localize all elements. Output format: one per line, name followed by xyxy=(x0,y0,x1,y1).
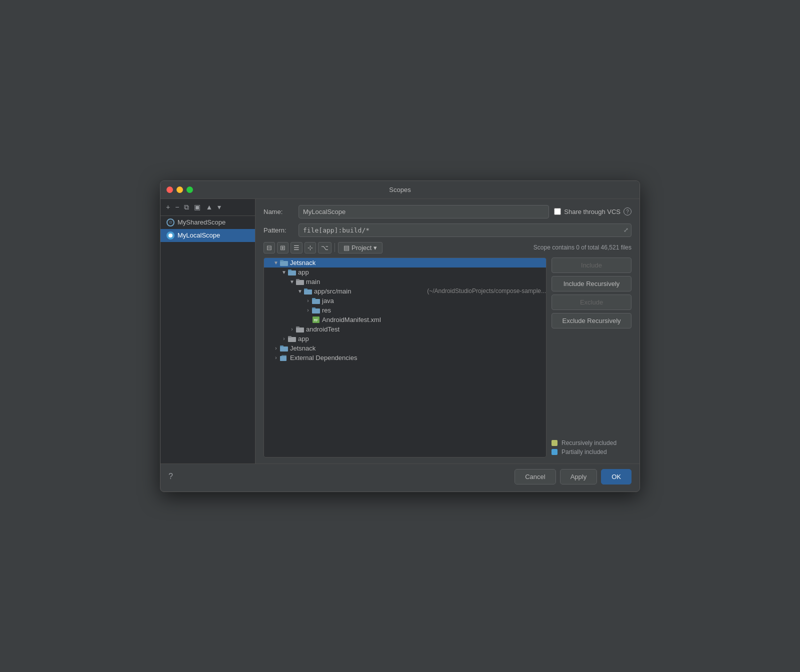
add-scope-button[interactable]: + xyxy=(164,202,172,212)
name-input[interactable] xyxy=(298,205,549,218)
tree-view-icon: ⊹ xyxy=(308,244,313,252)
tree-row[interactable]: › androidTest xyxy=(264,324,546,334)
dialog-footer: ? Cancel Apply OK xyxy=(160,464,640,492)
name-label: Name: xyxy=(264,208,294,216)
tree-row[interactable]: › Jetsnack xyxy=(264,344,546,353)
svg-rect-9 xyxy=(312,298,316,300)
minimize-button[interactable] xyxy=(176,186,183,193)
svg-rect-19 xyxy=(280,346,284,347)
svg-rect-15 xyxy=(296,326,300,328)
move-down-button[interactable]: ▾ xyxy=(216,202,222,212)
expand-arrow-icon: ▼ xyxy=(296,288,304,294)
tree-node-label: java xyxy=(322,297,546,304)
remove-scope-button[interactable]: − xyxy=(174,202,180,212)
share-vcs-checkbox[interactable] xyxy=(554,208,561,215)
expand-arrow-icon: › xyxy=(272,346,280,351)
pattern-input-wrap: ⤢ xyxy=(298,224,632,237)
ok-button[interactable]: OK xyxy=(601,469,632,484)
scope-status-text: Scope contains 0 of total 46,521 files xyxy=(534,244,632,251)
expand-all-button[interactable]: ⊞ xyxy=(277,242,288,254)
apply-button[interactable]: Apply xyxy=(560,469,598,484)
svg-rect-0 xyxy=(280,261,288,266)
help-button[interactable]: ? xyxy=(168,472,173,481)
expand-arrow-icon: › xyxy=(272,355,280,360)
tree-row[interactable]: › java xyxy=(264,296,546,306)
arrow-up-icon: ▲ xyxy=(206,203,212,211)
shared-scope-label: MySharedScope xyxy=(178,218,226,226)
folder-icon xyxy=(312,307,320,314)
cancel-button[interactable]: Cancel xyxy=(514,469,556,484)
tree-row[interactable]: ▼ Jetsnack xyxy=(264,258,546,268)
sidebar: + − ⧉ ▣ ▲ ▾ ⊙ xyxy=(160,199,256,464)
tree-row[interactable]: › res xyxy=(264,306,546,315)
svg-rect-14 xyxy=(296,328,304,332)
local-scope-icon xyxy=(166,232,174,240)
tree-node-label: res xyxy=(322,306,546,314)
xml-file-icon: MF xyxy=(312,316,320,323)
tree-row[interactable]: › app xyxy=(264,334,546,344)
svg-rect-3 xyxy=(288,270,292,271)
expand-arrow-icon: › xyxy=(304,298,312,304)
scopes-dialog: Scopes + − ⧉ ▣ ▲ xyxy=(160,180,640,492)
file-tree[interactable]: ▼ Jetsnack ▼ app xyxy=(264,258,546,458)
legend-area: Recursively included Partially included xyxy=(552,434,632,458)
view-as-tree-button[interactable]: ⊹ xyxy=(304,242,316,254)
expand-all-icon: ⊞ xyxy=(280,244,286,252)
arrow-down-icon: ▾ xyxy=(218,203,221,211)
sidebar-toolbar: + − ⧉ ▣ ▲ ▾ xyxy=(160,199,255,216)
folder-icon xyxy=(288,269,296,276)
tree-row[interactable]: ▼ main xyxy=(264,277,546,286)
window-controls xyxy=(166,186,193,193)
tree-node-label: Jetsnack xyxy=(290,259,546,266)
svg-rect-17 xyxy=(288,336,292,338)
svg-text:MF: MF xyxy=(314,318,318,322)
include-button[interactable]: Include xyxy=(552,258,632,273)
legend-partial-item: Partially included xyxy=(552,448,632,456)
maximize-button[interactable] xyxy=(186,186,193,193)
tree-node-label: main xyxy=(306,278,546,286)
exclude-button[interactable]: Exclude xyxy=(552,294,632,310)
pattern-expand-button[interactable]: ⤢ xyxy=(624,226,628,234)
tree-path-hint: (~/AndroidStudioProjects/compose-sample.… xyxy=(427,288,546,294)
save-scope-button[interactable]: ▣ xyxy=(192,202,202,212)
svg-rect-18 xyxy=(280,346,288,352)
svg-rect-7 xyxy=(304,288,308,290)
project-dropdown-icon: ▾ xyxy=(374,244,377,252)
add-icon: + xyxy=(166,203,170,211)
sidebar-item-shared[interactable]: ⊙ MySharedScope xyxy=(160,216,255,229)
collapse-all-button[interactable]: ⊟ xyxy=(264,242,275,254)
svg-rect-2 xyxy=(288,270,296,276)
module-folder-icon xyxy=(288,336,296,342)
copy-scope-button[interactable]: ⧉ xyxy=(182,202,190,212)
exclude-recursively-button[interactable]: Exclude Recursively xyxy=(552,313,632,328)
tree-row[interactable]: ▼ app xyxy=(264,268,546,277)
tree-node-label: androidTest xyxy=(306,326,546,333)
tree-row[interactable]: › External Dependencies xyxy=(264,353,546,362)
close-button[interactable] xyxy=(166,186,173,193)
action-buttons-panel: Include Include Recursively Exclude Excl… xyxy=(552,258,632,458)
project-selector-button[interactable]: ▤ Project ▾ xyxy=(338,242,382,254)
pattern-input[interactable] xyxy=(298,224,632,237)
expand-arrow-icon: ▼ xyxy=(272,260,280,266)
scope-list: ⊙ MySharedScope MyLocalScope xyxy=(160,216,255,464)
copy-icon: ⧉ xyxy=(184,203,189,212)
move-up-button[interactable]: ▲ xyxy=(204,202,214,212)
filter-button[interactable]: ⌥ xyxy=(318,242,332,254)
share-vcs-help-icon[interactable]: ? xyxy=(624,208,632,216)
save-icon: ▣ xyxy=(194,203,200,211)
legend-partial-color xyxy=(552,449,558,455)
folder-icon xyxy=(280,345,288,352)
module-folder-icon xyxy=(296,326,304,332)
tree-row[interactable]: ▼ app/src/main (~/AndroidStudioProjects/… xyxy=(264,286,546,296)
minus-icon: − xyxy=(175,203,179,211)
tree-node-label: app xyxy=(298,335,546,342)
svg-rect-22 xyxy=(280,356,286,361)
svg-rect-16 xyxy=(288,337,296,342)
tree-row[interactable]: › MF AndroidManifest.xml xyxy=(264,315,546,324)
module-folder-icon xyxy=(296,278,304,285)
view-as-flat-button[interactable]: ☰ xyxy=(290,242,302,254)
sidebar-item-local[interactable]: MyLocalScope xyxy=(160,229,255,242)
shared-scope-icon: ⊙ xyxy=(166,218,174,226)
include-recursively-button[interactable]: Include Recursively xyxy=(552,276,632,292)
share-vcs-label: Share through VCS xyxy=(564,208,620,216)
